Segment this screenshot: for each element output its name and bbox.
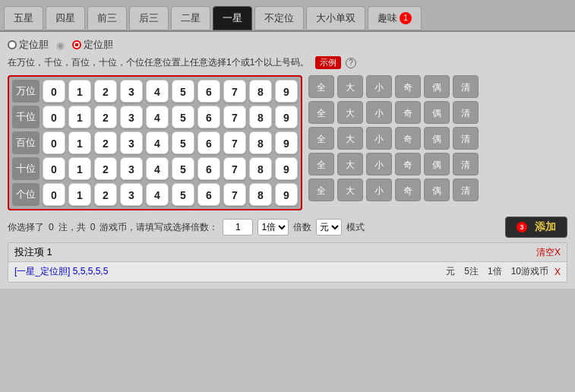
- digit-btn-2-9[interactable]: 9: [275, 131, 298, 154]
- tab-大小单双[interactable]: 大小单双: [306, 6, 365, 30]
- quick-btn-1-4[interactable]: 偶: [424, 101, 450, 124]
- digit-btn-0-9[interactable]: 9: [275, 80, 298, 103]
- bet-item-close[interactable]: X: [554, 267, 561, 277]
- quick-btn-2-2[interactable]: 小: [366, 127, 392, 150]
- quick-btn-2-1[interactable]: 大: [337, 127, 363, 150]
- digit-btn-4-4[interactable]: 4: [146, 183, 169, 206]
- tab-前三[interactable]: 前三: [87, 6, 127, 30]
- quick-btn-2-0[interactable]: 全: [308, 127, 334, 150]
- digit-btn-2-8[interactable]: 8: [249, 131, 272, 154]
- quick-btn-3-0[interactable]: 全: [308, 153, 334, 175]
- digit-btn-3-0[interactable]: 0: [43, 157, 65, 180]
- digit-btn-1-2[interactable]: 2: [94, 106, 117, 128]
- tab-四星[interactable]: 四星: [46, 6, 85, 30]
- digit-btn-1-8[interactable]: 8: [249, 106, 272, 128]
- digit-btn-4-3[interactable]: 3: [120, 183, 143, 206]
- digit-btn-4-7[interactable]: 7: [223, 183, 246, 206]
- digit-btn-1-1[interactable]: 1: [68, 106, 91, 128]
- digit-btn-2-4[interactable]: 4: [146, 131, 169, 154]
- example-button[interactable]: 示例: [315, 56, 341, 69]
- radio-option-1[interactable]: 定位胆: [72, 38, 113, 52]
- tab-二星[interactable]: 二星: [171, 6, 210, 30]
- radio-option-0[interactable]: 定位胆: [8, 38, 49, 52]
- quick-btn-3-2[interactable]: 小: [366, 153, 392, 175]
- digit-btn-2-7[interactable]: 7: [223, 131, 246, 154]
- digit-btn-3-3[interactable]: 3: [120, 157, 143, 180]
- quick-btn-1-0[interactable]: 全: [308, 101, 334, 124]
- quick-btn-4-3[interactable]: 奇: [395, 179, 421, 201]
- quick-btn-3-3[interactable]: 奇: [395, 153, 421, 175]
- digit-btn-3-8[interactable]: 8: [249, 157, 272, 180]
- quick-btn-1-5[interactable]: 清: [453, 101, 479, 124]
- clear-button[interactable]: 清空X: [536, 246, 561, 259]
- digit-btn-1-5[interactable]: 5: [172, 106, 194, 128]
- quick-btn-3-1[interactable]: 大: [337, 153, 363, 175]
- quick-btn-3-4[interactable]: 偶: [424, 153, 450, 175]
- digit-btn-2-6[interactable]: 6: [197, 131, 220, 154]
- digit-btn-3-4[interactable]: 4: [146, 157, 169, 180]
- digit-btn-1-0[interactable]: 0: [43, 106, 65, 128]
- digit-btn-0-8[interactable]: 8: [249, 80, 272, 103]
- digit-btn-0-1[interactable]: 1: [68, 80, 91, 103]
- quick-btn-0-2[interactable]: 小: [366, 75, 392, 98]
- digit-btn-3-7[interactable]: 7: [223, 157, 246, 180]
- tab-趣味[interactable]: 趣味1: [368, 6, 422, 30]
- digit-btn-2-0[interactable]: 0: [43, 131, 65, 154]
- digit-btn-4-2[interactable]: 2: [94, 183, 117, 206]
- digit-btn-4-5[interactable]: 5: [172, 183, 194, 206]
- quick-btn-4-4[interactable]: 偶: [424, 179, 450, 201]
- tab-后三[interactable]: 后三: [129, 6, 169, 30]
- tab-一星[interactable]: 一星: [213, 6, 252, 30]
- digit-btn-1-7[interactable]: 7: [223, 106, 246, 128]
- digit-btn-4-8[interactable]: 8: [249, 183, 272, 206]
- digit-btn-3-9[interactable]: 9: [275, 157, 298, 180]
- quick-btn-1-2[interactable]: 小: [366, 101, 392, 124]
- quick-btn-2-3[interactable]: 奇: [395, 127, 421, 150]
- quick-btn-4-0[interactable]: 全: [308, 179, 334, 201]
- digit-btn-0-3[interactable]: 3: [120, 80, 143, 103]
- digit-btn-0-7[interactable]: 7: [223, 80, 246, 103]
- quick-btn-1-3[interactable]: 奇: [395, 101, 421, 124]
- quick-btn-0-1[interactable]: 大: [337, 75, 363, 98]
- radio-row: 定位胆 ◉ 定位胆: [8, 38, 567, 52]
- quick-btn-4-5[interactable]: 清: [453, 179, 479, 201]
- digit-btn-1-3[interactable]: 3: [120, 106, 143, 128]
- digit-btn-3-1[interactable]: 1: [68, 157, 91, 180]
- digit-btn-4-1[interactable]: 1: [68, 183, 91, 206]
- tab-五星[interactable]: 五星: [4, 6, 43, 30]
- digit-btn-1-6[interactable]: 6: [197, 106, 220, 128]
- digit-btn-4-6[interactable]: 6: [197, 183, 220, 206]
- quick-btn-4-1[interactable]: 大: [337, 179, 363, 201]
- quick-btn-0-5[interactable]: 清: [453, 75, 479, 98]
- add-button[interactable]: 3 添加: [505, 217, 567, 238]
- quick-btn-0-0[interactable]: 全: [308, 75, 334, 98]
- quick-btn-3-5[interactable]: 清: [453, 153, 479, 175]
- multiplier-select[interactable]: 1倍: [257, 219, 289, 236]
- digit-btn-3-6[interactable]: 6: [197, 157, 220, 180]
- digit-btn-1-4[interactable]: 4: [146, 106, 169, 128]
- quick-btn-4-2[interactable]: 小: [366, 179, 392, 201]
- digit-btn-2-2[interactable]: 2: [94, 131, 117, 154]
- help-icon[interactable]: ?: [346, 58, 356, 68]
- quick-btn-0-4[interactable]: 偶: [424, 75, 450, 98]
- digit-btn-0-6[interactable]: 6: [197, 80, 220, 103]
- tab-不定位[interactable]: 不定位: [254, 6, 304, 30]
- digit-btn-4-0[interactable]: 0: [43, 183, 65, 206]
- digit-btn-0-4[interactable]: 4: [146, 80, 169, 103]
- digit-btn-0-0[interactable]: 0: [43, 80, 65, 103]
- quick-btn-0-3[interactable]: 奇: [395, 75, 421, 98]
- quick-btn-2-5[interactable]: 清: [453, 127, 479, 150]
- digit-btn-2-3[interactable]: 3: [120, 131, 143, 154]
- currency-select[interactable]: 元: [316, 219, 342, 236]
- quick-btn-1-1[interactable]: 大: [337, 101, 363, 124]
- digit-btn-0-5[interactable]: 5: [172, 80, 194, 103]
- digit-btn-4-9[interactable]: 9: [275, 183, 298, 206]
- digit-btn-0-2[interactable]: 2: [94, 80, 117, 103]
- digit-btn-2-1[interactable]: 1: [68, 131, 91, 154]
- digit-btn-3-2[interactable]: 2: [94, 157, 117, 180]
- quick-btn-2-4[interactable]: 偶: [424, 127, 450, 150]
- digit-btn-3-5[interactable]: 5: [172, 157, 194, 180]
- digit-btn-1-9[interactable]: 9: [275, 106, 298, 128]
- digit-btn-2-5[interactable]: 5: [172, 131, 194, 154]
- multiplier-input[interactable]: [223, 219, 253, 236]
